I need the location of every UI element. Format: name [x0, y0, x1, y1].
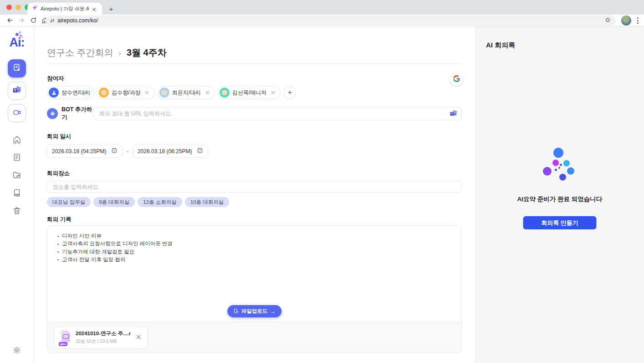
participant-chip[interactable]: 최은지/대리: [158, 86, 215, 99]
add-participant-button[interactable]: +: [283, 86, 296, 99]
attached-file-card[interactable]: MP4 20241010-연구소 주....mp4 32분 52초 / 23.5…: [54, 327, 148, 348]
file-meta: 32분 52초 / 23.5 MB: [76, 338, 131, 345]
location-tag[interactable]: 9층 대회의실: [93, 197, 135, 207]
participant-name: 김수향/과장: [112, 89, 140, 97]
document-plus-icon: [12, 63, 21, 74]
google-calendar-sync-button[interactable]: [450, 73, 463, 86]
minimize-window-button[interactable]: [15, 5, 21, 10]
create-minutes-button[interactable]: 회의록 만들기: [523, 216, 597, 229]
sidebar-shared-folder-icon[interactable]: [12, 171, 21, 182]
browser-tab[interactable]: Airepoto | 가장 쉬운 AI 회의록: [27, 3, 102, 15]
participant-name: 장수연/대리: [61, 89, 90, 97]
url-bar[interactable]: ⇄ airepoto.com/ko/: [46, 16, 616, 26]
sidebar-notes-icon[interactable]: [12, 153, 21, 164]
sidebar-teams-button[interactable]: [8, 82, 26, 100]
participant-chip[interactable]: 김수향/과장: [97, 86, 154, 99]
emoji-avatar: [159, 88, 169, 98]
back-icon[interactable]: [4, 16, 15, 24]
tab-title: Airepoto | 가장 쉬운 AI 회의록: [41, 5, 89, 12]
sidebar-nav: [12, 135, 21, 217]
notes-label: 회의 기록: [47, 216, 462, 223]
calendar-icon[interactable]: [197, 147, 203, 156]
participant-name: 김선묵/매니저: [232, 89, 266, 97]
end-datetime-value: 2026.03.18 (06:25PM): [138, 148, 194, 155]
location-tags: 대표님 집무실 9층 대회의실 12층 소회의실 10층 대회의실: [47, 197, 462, 207]
browser-menu-icon[interactable]: [635, 17, 640, 24]
upload-button-label: 파일업로드: [241, 308, 268, 315]
participants-row: 장수연/대리 김수향/과장 최은지/대리 김선묵/매니저 +: [47, 86, 462, 99]
logo-sparkle-icon: [15, 33, 19, 36]
bookmark-star-icon[interactable]: [604, 16, 611, 25]
browser-tabstrip: Airepoto | 가장 쉬운 AI 회의록 +: [0, 0, 644, 15]
meeting-url-input[interactable]: [93, 107, 462, 120]
browser-profile-avatar[interactable]: [621, 16, 631, 26]
emoji-avatar: [99, 88, 109, 98]
sidebar-new-note-button[interactable]: [8, 59, 26, 78]
date-separator: -: [127, 148, 128, 155]
title-divider: [47, 63, 462, 64]
bot-robot-icon: [47, 108, 58, 119]
person-avatar-icon: [49, 88, 59, 98]
participant-chip[interactable]: 김선묵/매니저: [218, 86, 281, 99]
forward-icon[interactable]: [15, 16, 27, 24]
browser-navbar: ⇄ airepoto.com/ko/: [0, 15, 644, 26]
app-logo[interactable]: Ai:: [10, 36, 25, 50]
remove-participant-icon[interactable]: [145, 88, 149, 97]
schedule-row: 2026.03.18 (04:25PM) - 2026.03.18 (06:25…: [47, 145, 462, 158]
location-label: 회의장소: [47, 170, 462, 176]
google-g-icon: [453, 75, 460, 84]
attachments-footer: MP4 20241010-연구소 주....mp4 32분 52초 / 23.5…: [47, 322, 461, 353]
schedule-label: 회의 일시: [47, 133, 462, 140]
refresh-icon[interactable]: [27, 16, 39, 24]
close-window-button[interactable]: [6, 5, 12, 10]
location-input[interactable]: [47, 181, 462, 193]
end-datetime-field[interactable]: 2026.03.18 (06:25PM): [133, 145, 208, 158]
breadcrumb-parent[interactable]: 연구소 주간회의: [47, 47, 113, 59]
settings-gear-icon[interactable]: [12, 346, 21, 357]
breadcrumb: 연구소 주간회의 › 3월 4주차: [47, 26, 462, 59]
participants-label: 참여자: [47, 75, 462, 82]
remove-file-icon[interactable]: [135, 332, 143, 342]
main-content: 연구소 주간회의 › 3월 4주차 참여자 장수연/대리 김수향/과장 최은지/…: [34, 26, 475, 363]
note-line: 디자인 시안 리뷰: [57, 233, 452, 239]
file-upload-button[interactable]: 파일업로드 →: [227, 305, 282, 317]
sidebar-home-icon[interactable]: [12, 135, 21, 146]
file-name: 20241010-연구소 주....mp4: [76, 330, 131, 337]
bot-add-label: BOT 추가하기: [61, 106, 93, 121]
ai-minutes-panel: AI 회의록 AI요약 준비가 완료 되었습니다 회의록 만들기: [475, 26, 644, 363]
upload-file-icon: [233, 308, 239, 315]
bot-row: BOT 추가하기: [47, 107, 462, 120]
location-tag[interactable]: 10층 대회의실: [185, 197, 230, 207]
note-line: 고객사 전달 이후 일정 협의: [57, 257, 452, 263]
ai-ready-status: AI요약 준비가 완료 되었습니다: [475, 195, 644, 203]
chevron-right-icon: ›: [119, 49, 121, 57]
location-tag[interactable]: 대표님 집무실: [47, 197, 91, 207]
notes-editor[interactable]: 디자인 시안 리뷰 고객사측의 요청사항으로 디자인 레이아웃 변경 기능추가에…: [47, 225, 462, 353]
panel-title: AI 회의록: [486, 41, 515, 50]
tab-close-icon[interactable]: [92, 5, 98, 12]
teams-icon[interactable]: [450, 109, 457, 119]
notes-bullet-list[interactable]: 디자인 시안 리뷰 고객사측의 요청사항으로 디자인 레이아웃 변경 기능추가에…: [47, 226, 461, 263]
calendar-icon[interactable]: [111, 147, 118, 156]
sidebar: Ai:: [0, 26, 34, 363]
translate-swap-icon[interactable]: ⇄: [50, 18, 54, 24]
page-title: 3월 4주차: [127, 47, 167, 59]
traffic-lights: [6, 5, 30, 10]
sidebar-book-icon[interactable]: [12, 188, 21, 199]
location-tag[interactable]: 12층 소회의실: [138, 197, 182, 207]
new-tab-button[interactable]: +: [107, 4, 116, 13]
note-line: 기능추가에 대한 개발검토 필요: [57, 249, 452, 255]
emoji-avatar: [220, 88, 230, 98]
sidebar-trash-icon[interactable]: [12, 206, 21, 217]
app-window: Ai:: [0, 26, 644, 363]
remove-participant-icon[interactable]: [205, 88, 210, 97]
sidebar-video-button[interactable]: [8, 104, 26, 122]
ai-bubbles-graphic: [530, 146, 589, 185]
start-datetime-field[interactable]: 2026.03.18 (04:25PM): [47, 145, 123, 158]
participant-chip[interactable]: 장수연/대리: [47, 86, 94, 99]
favicon-sparkle-icon: [31, 5, 38, 13]
mp4-badge: MP4: [59, 342, 67, 346]
url-text[interactable]: airepoto.com/ko/: [57, 17, 601, 24]
start-datetime-value: 2026.03.18 (04:25PM): [52, 148, 108, 155]
remove-participant-icon[interactable]: [271, 88, 275, 97]
